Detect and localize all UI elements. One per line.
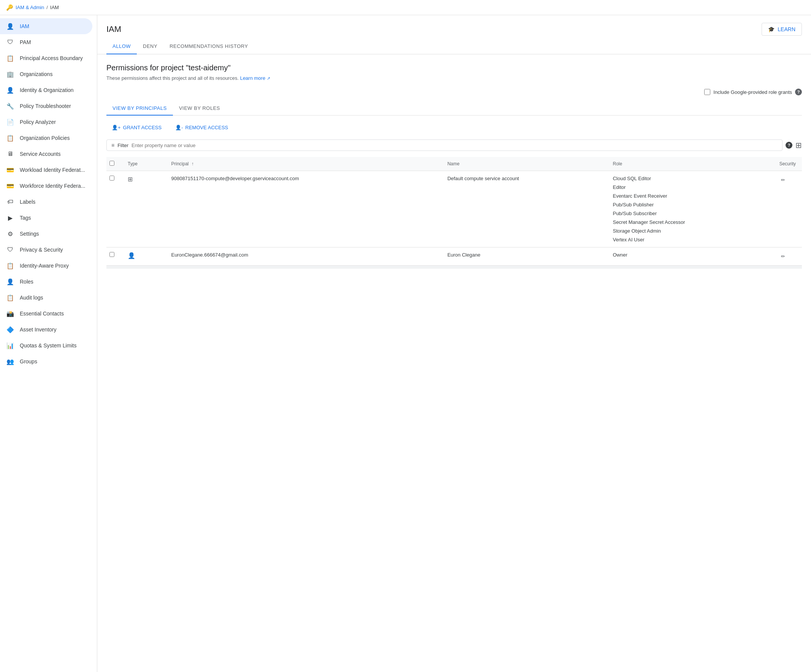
external-link-icon: ↗ [267,76,270,81]
main-tabs: ALLOW DENY RECOMMENDATIONS HISTORY [97,39,811,54]
settings-icon: ⚙ [6,229,14,238]
th-role: Role [607,157,773,171]
remove-access-button[interactable]: 👤- REMOVE ACCESS [170,122,233,133]
table-scrollbar[interactable] [107,266,802,269]
asset-inventory-icon: 🔷 [6,325,14,334]
sidebar-item-identity-aware-proxy[interactable]: 📋Identity-Aware Proxy [0,258,92,274]
learn-more-link[interactable]: Learn more ↗ [240,75,270,81]
sidebar: 👤IAM🛡PAM📋Principal Access Boundary🏢Organ… [0,15,97,672]
sidebar-item-label-organization-policies: Organization Policies [20,135,70,141]
privacy-security-icon: 🛡 [6,246,14,254]
service-account-icon: ⊞ [128,176,132,182]
essential-contacts-icon: 📸 [6,309,14,318]
role-item-0-2: Eventarc Event Receiver [612,193,767,199]
role-item-0-0: Cloud SQL Editor [612,176,767,181]
breadcrumb-icon: 🔑 [6,4,13,11]
sidebar-item-service-accounts[interactable]: 🖥Service Accounts [0,146,92,162]
data-table-wrapper: Type Principal ↑ Name Role Security ⊞908… [107,157,802,266]
sidebar-item-label-workforce-identity-federation: Workforce Identity Federa... [20,183,85,189]
row-principal-0: 908087151170-compute@developer.gservicea… [165,171,441,248]
sidebar-item-label-policy-analyzer: Policy Analyzer [20,119,56,125]
organization-policies-icon: 📋 [6,134,14,142]
sidebar-item-label-identity-organization: Identity & Organization [20,87,74,93]
sidebar-item-workload-identity-federation[interactable]: 💳Workload Identity Federat... [0,162,92,178]
help-icon[interactable]: ? [795,88,802,95]
roles-icon: 👤 [6,277,14,286]
tab-deny[interactable]: DENY [137,39,163,54]
sidebar-item-policy-troubleshooter[interactable]: 🔧Policy Troubleshooter [0,98,92,114]
tags-icon: ▶ [6,214,14,222]
sidebar-item-identity-organization[interactable]: 👤Identity & Organization [0,82,92,98]
pam-icon: 🛡 [6,38,14,46]
role-item-0-1: Editor [612,184,767,190]
sidebar-item-label-roles: Roles [20,278,34,285]
principals-table: Type Principal ↑ Name Role Security ⊞908… [107,157,802,266]
sidebar-item-label-settings: Settings [20,231,39,237]
groups-icon: 👥 [6,357,14,366]
row-checkbox-1[interactable] [109,252,114,257]
role-item-1-0: Owner [612,252,767,258]
th-select-all [107,157,122,171]
sidebar-item-label-identity-aware-proxy: Identity-Aware Proxy [20,263,69,269]
sidebar-item-principal-access-boundary[interactable]: 📋Principal Access Boundary [0,50,92,66]
sidebar-item-roles[interactable]: 👤Roles [0,274,92,290]
sidebar-item-privacy-security[interactable]: 🛡Privacy & Security [0,242,92,258]
main-content: IAM 🎓 LEARN ALLOW DENY RECOMMENDATIONS H… [97,15,811,672]
identity-organization-icon: 👤 [6,86,14,94]
row-security-1: ✏ [774,248,802,266]
grant-access-icon: 👤+ [112,125,121,131]
row-roles-0: Cloud SQL EditorEditorEventarc Event Rec… [607,171,773,248]
tab-recommendations-history[interactable]: RECOMMENDATIONS HISTORY [163,39,254,54]
th-type: Type [122,157,165,171]
user-icon: 👤 [128,252,135,259]
tab-view-by-roles[interactable]: VIEW BY ROLES [173,102,226,115]
include-grants-label[interactable]: Include Google-provided role grants [713,89,792,95]
view-tabs: VIEW BY PRINCIPALS VIEW BY ROLES [107,102,802,115]
include-grants-checkbox[interactable] [704,89,710,95]
organizations-icon: 🏢 [6,70,14,78]
sidebar-item-policy-analyzer[interactable]: 📄Policy Analyzer [0,114,92,130]
select-all-checkbox[interactable] [109,161,114,166]
main-header: IAM 🎓 LEARN [97,15,811,39]
sidebar-item-essential-contacts[interactable]: 📸Essential Contacts [0,305,92,322]
table-help-icon[interactable]: ? [786,142,792,149]
permissions-title: Permissions for project "test-aidemy" [107,63,802,72]
filter-label: Filter [117,143,129,148]
sidebar-item-pam[interactable]: 🛡PAM [0,34,92,50]
breadcrumb-separator: / [46,5,48,10]
sidebar-item-groups[interactable]: 👥Groups [0,353,92,370]
sidebar-item-organizations[interactable]: 🏢Organizations [0,66,92,82]
identity-aware-proxy-icon: 📋 [6,261,14,270]
edit-button-0[interactable]: ✏ [779,176,787,184]
service-accounts-icon: 🖥 [6,150,14,158]
sidebar-item-settings[interactable]: ⚙Settings [0,226,92,242]
sidebar-item-label-asset-inventory: Asset Inventory [20,326,57,333]
row-checkbox-0[interactable] [109,176,114,180]
sidebar-item-organization-policies[interactable]: 📋Organization Policies [0,130,92,146]
row-principal-1: EuronClegane.666674@gmail.com [165,248,441,266]
sidebar-item-tags[interactable]: ▶Tags [0,210,92,226]
sidebar-item-audit-logs[interactable]: 📋Audit logs [0,290,92,305]
learn-button[interactable]: 🎓 LEARN [762,23,802,36]
sidebar-item-workforce-identity-federation[interactable]: 💳Workforce Identity Federa... [0,178,92,194]
sidebar-item-label-labels: Labels [20,199,36,205]
breadcrumb-iam-admin[interactable]: IAM & Admin [15,5,44,10]
sidebar-item-quotas-system-limits[interactable]: 📊Quotas & System Limits [0,338,92,353]
sidebar-item-labels[interactable]: 🏷Labels [0,194,92,210]
column-toggle-icon[interactable]: ⊞ [796,141,802,150]
iam-icon: 👤 [6,22,14,31]
grant-access-button[interactable]: 👤+ GRANT ACCESS [107,122,167,133]
include-grants-row: Include Google-provided role grants ? [107,88,802,95]
edit-button-1[interactable]: ✏ [779,252,787,261]
row-security-0: ✏ [774,171,802,248]
labels-icon: 🏷 [6,198,14,206]
sidebar-item-asset-inventory[interactable]: 🔷Asset Inventory [0,322,92,338]
sidebar-item-label-workload-identity-federation: Workload Identity Federat... [20,167,85,173]
page-subtitle: These permissions affect this project an… [107,75,802,81]
tab-view-by-principals[interactable]: VIEW BY PRINCIPALS [107,102,173,115]
sidebar-item-iam[interactable]: 👤IAM [0,18,92,34]
filter-input[interactable] [131,143,777,148]
tab-allow[interactable]: ALLOW [107,39,137,54]
row-name-0: Default compute service account [441,171,607,248]
sidebar-item-label-groups: Groups [20,358,37,365]
